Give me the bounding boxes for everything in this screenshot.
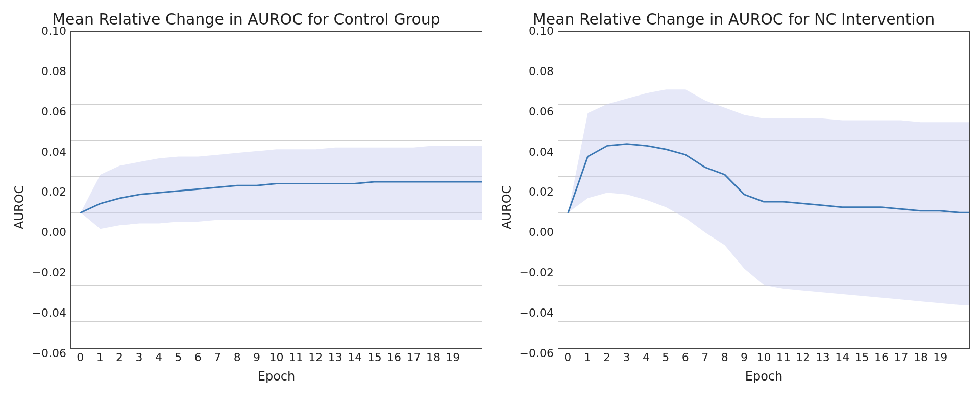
x-tick-label: 14 xyxy=(835,352,849,363)
x-tick-label: 2 xyxy=(116,352,123,363)
figure: Mean Relative Change in AUROC for Contro… xyxy=(0,0,980,404)
x-tick-label: 1 xyxy=(584,352,591,363)
y-tick-label: 0.06 xyxy=(41,106,66,117)
x-tick-label: 16 xyxy=(874,352,889,363)
x-tick-label: 12 xyxy=(308,352,323,363)
x-tick-label: 17 xyxy=(894,352,909,363)
plot-wrap: AUROC −0.06−0.04−0.020.000.020.040.060.0… xyxy=(498,31,970,384)
plot-area xyxy=(70,31,482,349)
x-tick-label: 6 xyxy=(194,352,202,363)
x-tick-label: 10 xyxy=(757,352,771,363)
x-axis: 012345678910111213141516171819 xyxy=(70,349,482,366)
x-tick-label: 18 xyxy=(914,352,928,363)
x-tick-label: 14 xyxy=(348,352,362,363)
x-tick-label: 2 xyxy=(603,352,610,363)
x-tick-label: 7 xyxy=(214,352,221,363)
x-tick-label: 9 xyxy=(741,352,748,363)
x-tick-label: 0 xyxy=(77,352,84,363)
y-tick-label: 0.00 xyxy=(41,227,66,238)
plot-column: 012345678910111213141516171819 Epoch xyxy=(70,31,482,384)
x-tick-label: 19 xyxy=(446,352,460,363)
x-axis: 012345678910111213141516171819 xyxy=(558,349,970,366)
x-tick-label: 13 xyxy=(328,352,342,363)
y-tick-label: 0.08 xyxy=(41,66,66,77)
y-tick-label: 0.06 xyxy=(529,106,554,117)
y-tick-label: 0.02 xyxy=(529,186,554,198)
x-tick-label: 12 xyxy=(796,352,810,363)
y-tick-label: 0.10 xyxy=(41,26,66,37)
x-tick-label: 10 xyxy=(270,352,284,363)
x-tick-label: 3 xyxy=(135,352,142,363)
chart-title: Mean Relative Change in AUROC for Contro… xyxy=(10,10,482,28)
y-tick-label: 0.04 xyxy=(41,147,66,158)
y-tick-label: 0.08 xyxy=(529,66,554,77)
y-tick-label: 0.00 xyxy=(529,227,554,238)
x-tick-label: 1 xyxy=(96,352,104,363)
y-axis: −0.06−0.04−0.020.000.020.040.060.080.10 xyxy=(31,31,70,384)
x-tick-label: 15 xyxy=(368,352,382,363)
x-tick-label: 8 xyxy=(234,352,241,363)
y-axis: −0.06−0.04−0.020.000.020.040.060.080.10 xyxy=(518,31,558,384)
x-tick-label: 0 xyxy=(564,352,571,363)
x-tick-label: 4 xyxy=(155,352,162,363)
panel-control: Mean Relative Change in AUROC for Contro… xyxy=(10,10,482,384)
x-tick-label: 3 xyxy=(623,352,630,363)
confidence-band xyxy=(568,89,969,305)
chart-svg xyxy=(558,32,969,348)
x-tick-label: 11 xyxy=(289,352,303,363)
panel-nc: Mean Relative Change in AUROC for NC Int… xyxy=(498,10,970,384)
x-tick-label: 8 xyxy=(721,352,728,363)
plot-wrap: AUROC −0.06−0.04−0.020.000.020.040.060.0… xyxy=(10,31,482,384)
x-tick-label: 13 xyxy=(816,352,830,363)
y-axis-label: AUROC xyxy=(498,31,518,384)
x-tick-label: 9 xyxy=(253,352,260,363)
y-tick-label: −0.06 xyxy=(520,348,554,359)
y-tick-label: 0.10 xyxy=(529,26,554,37)
x-tick-label: 19 xyxy=(933,352,947,363)
y-tick-label: 0.02 xyxy=(41,186,66,198)
x-tick-label: 7 xyxy=(701,352,708,363)
x-axis-label: Epoch xyxy=(70,369,482,384)
x-tick-label: 6 xyxy=(682,352,689,363)
x-axis-label: Epoch xyxy=(558,369,970,384)
y-tick-label: 0.04 xyxy=(529,147,554,158)
plot-column: 012345678910111213141516171819 Epoch xyxy=(558,31,970,384)
x-tick-label: 11 xyxy=(776,352,791,363)
x-tick-label: 15 xyxy=(855,352,869,363)
y-axis-label: AUROC xyxy=(10,31,31,384)
chart-title: Mean Relative Change in AUROC for NC Int… xyxy=(498,10,970,28)
confidence-band xyxy=(81,146,482,229)
y-tick-label: −0.02 xyxy=(520,267,554,278)
y-tick-label: −0.04 xyxy=(32,307,66,319)
x-tick-label: 16 xyxy=(387,352,401,363)
y-tick-label: −0.06 xyxy=(32,348,66,359)
plot-area xyxy=(558,31,970,349)
y-tick-label: −0.02 xyxy=(32,267,66,278)
x-tick-label: 4 xyxy=(643,352,650,363)
x-tick-label: 17 xyxy=(407,352,421,363)
x-tick-label: 5 xyxy=(175,352,182,363)
x-tick-label: 5 xyxy=(662,352,669,363)
y-tick-label: −0.04 xyxy=(520,307,554,319)
x-tick-label: 18 xyxy=(426,352,440,363)
chart-svg xyxy=(71,32,482,348)
